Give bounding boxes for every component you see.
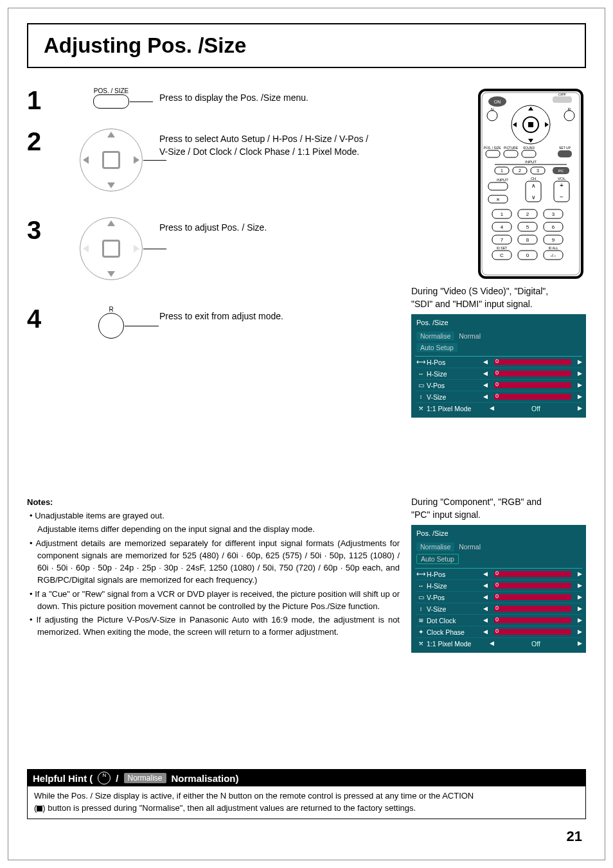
osd-row-bar bbox=[494, 394, 571, 400]
arrow-left-icon bbox=[490, 641, 494, 646]
osd-a-normal-label: Normal bbox=[456, 332, 481, 340]
nav-pad-icon bbox=[80, 217, 143, 280]
svg-text:SOUND: SOUND bbox=[523, 146, 535, 150]
remote-control-illustration: ON OFF N R POS. / SIZE PICTURE SOUND SET… bbox=[475, 87, 586, 280]
remote-vol-label: VOL bbox=[558, 177, 566, 181]
hint-slash: / bbox=[116, 773, 118, 784]
osd-row-icon: ⟷ bbox=[415, 359, 427, 366]
remote-idset-label: ID SET bbox=[497, 246, 507, 250]
osd-row-value: Off bbox=[494, 640, 578, 648]
r-label: R bbox=[98, 306, 124, 313]
n-circle-icon: N bbox=[98, 772, 111, 784]
svg-text:7: 7 bbox=[501, 237, 504, 243]
note-item: Adjustable items differ depending on the… bbox=[30, 523, 400, 535]
page-title: Adjusting Pos. /Size bbox=[28, 33, 246, 58]
osd-row: ↕V-Size bbox=[415, 603, 582, 614]
arrow-left-icon bbox=[483, 383, 488, 387]
hint-lead: Helpful Hint ( bbox=[33, 773, 93, 784]
step-3-number: 3 bbox=[27, 217, 63, 243]
svg-text:3: 3 bbox=[552, 211, 555, 217]
svg-text:8: 8 bbox=[526, 237, 529, 243]
arrow-left-icon bbox=[483, 371, 488, 376]
svg-text:4: 4 bbox=[501, 224, 504, 230]
svg-text:5: 5 bbox=[526, 224, 529, 230]
osd-row-bar bbox=[494, 606, 571, 612]
osd-row-name: H-Pos bbox=[427, 571, 483, 578]
title-frame: Adjusting Pos. /Size bbox=[27, 23, 586, 68]
svg-rect-8 bbox=[528, 122, 533, 127]
remote-on-label: ON bbox=[494, 100, 501, 104]
normalise-chip: Normalise bbox=[124, 773, 166, 783]
arrow-left-icon bbox=[483, 394, 488, 399]
svg-text:3: 3 bbox=[537, 168, 539, 173]
step-2-line1: Press to select Auto Setup / H-Pos / H-S… bbox=[159, 134, 368, 144]
arrow-right-icon bbox=[578, 595, 582, 599]
step-1-text: Press to display the Pos. /Size menu. bbox=[159, 87, 308, 104]
osd-row-bar bbox=[494, 629, 571, 635]
osd-row: ▭V-Pos bbox=[415, 591, 582, 603]
svg-text:PICTURE: PICTURE bbox=[504, 146, 519, 150]
pos-size-label: POS. / SIZE bbox=[93, 87, 129, 94]
svg-text:0: 0 bbox=[526, 252, 529, 258]
osd-row: ⟷H-Pos bbox=[415, 356, 582, 368]
osd-row: ↕V-Size bbox=[415, 391, 582, 402]
osd-row-bar bbox=[494, 594, 571, 600]
arrow-right-icon bbox=[578, 394, 582, 399]
osd-row-bar bbox=[494, 382, 571, 388]
arrow-right-icon bbox=[578, 572, 582, 576]
arrow-left-icon bbox=[483, 607, 488, 611]
osd-a-caption: During "Video (S Video)", "Digital","SDI… bbox=[411, 285, 586, 310]
svg-text:9: 9 bbox=[552, 237, 555, 243]
arrow-left-icon bbox=[483, 630, 488, 634]
step-3-text: Press to adjust Pos. / Size. bbox=[159, 217, 267, 234]
osd-row: ↔H-Size bbox=[415, 368, 582, 379]
osd-b-autosetup-chip: Auto Setup bbox=[416, 554, 459, 564]
osd-row: ✦Clock Phase bbox=[415, 626, 582, 637]
steps-area: 1 POS. / SIZE Press to display the Pos. … bbox=[27, 87, 586, 434]
osd-row-icon: ✦ bbox=[415, 628, 427, 635]
svg-text:-/--: -/-- bbox=[551, 253, 557, 258]
osd-row-icon: ⟷ bbox=[415, 571, 427, 578]
helpful-hint-heading: Helpful Hint ( N / Normalise Normalisati… bbox=[28, 770, 585, 786]
nav-pad-illustration bbox=[63, 128, 159, 191]
svg-text:2: 2 bbox=[526, 211, 529, 217]
osd-a-title: Pos. /Size bbox=[415, 318, 582, 330]
osd-row-bar bbox=[494, 359, 571, 365]
remote-input-label: INPUT bbox=[497, 178, 508, 182]
osd-row-icon: ⤧ bbox=[415, 640, 427, 647]
arrow-left-icon bbox=[483, 595, 488, 599]
osd-row-pixel: ⤧1:1 Pixel ModeOff bbox=[415, 637, 582, 649]
osd-a-block: During "Video (S Video)", "Digital","SDI… bbox=[411, 285, 586, 418]
note-item: Unadjustable items are grayed out. bbox=[30, 509, 400, 522]
notes-section: Notes: Unadjustable items are grayed out… bbox=[27, 496, 586, 653]
step-2-text: Press to select Auto Setup / H-Pos / H-S… bbox=[159, 128, 368, 159]
note-item: If adjusting the Picture V-Pos/V-Size in… bbox=[30, 614, 400, 638]
osd-row: ↔H-Size bbox=[415, 580, 582, 591]
osd-row-icon: ⤧ bbox=[415, 405, 427, 412]
osd-row-name: Dot Clock bbox=[427, 617, 483, 624]
r-button-illustration: R bbox=[63, 306, 159, 339]
r-button-icon bbox=[98, 313, 124, 339]
hint-body-3: ) button is pressed during "Normalise", … bbox=[42, 803, 416, 813]
osd-b-normalise-chip: Normalise bbox=[416, 542, 454, 551]
svg-text:1: 1 bbox=[501, 168, 503, 173]
hint-tail: Normalisation) bbox=[172, 773, 239, 784]
osd-a-panel: Pos. /Size Normalise Normal Auto Setup ⟷… bbox=[411, 314, 586, 418]
osd-row-name: V-Size bbox=[427, 605, 483, 613]
arrow-right-icon bbox=[578, 383, 582, 387]
arrow-right-icon bbox=[578, 406, 582, 411]
osd-row-name: V-Pos bbox=[427, 382, 483, 389]
step-1-number: 1 bbox=[27, 87, 63, 113]
osd-row-name: H-Size bbox=[427, 370, 483, 378]
osd-b-title: Pos. /Size bbox=[415, 529, 582, 541]
arrow-right-icon bbox=[578, 371, 582, 376]
osd-row-icon: ↔ bbox=[415, 370, 427, 377]
arrow-right-icon bbox=[578, 618, 582, 623]
arrow-right-icon bbox=[578, 583, 582, 588]
step-4-number: 4 bbox=[27, 306, 63, 332]
arrow-left-icon bbox=[483, 360, 488, 364]
arrow-right-icon bbox=[578, 607, 582, 611]
osd-row: ⟷H-Pos bbox=[415, 568, 582, 580]
osd-row-icon: ↕ bbox=[415, 605, 427, 612]
step-2-line2: V-Size / Dot Clock / Clock Phase / 1:1 P… bbox=[159, 146, 359, 157]
